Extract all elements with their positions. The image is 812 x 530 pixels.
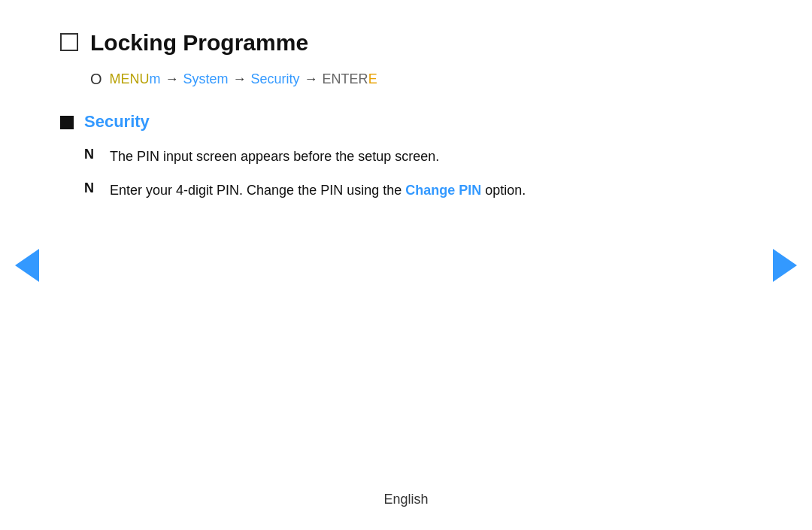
note-label-2: N — [84, 180, 99, 196]
security-path-label: Security — [251, 71, 300, 87]
nav-left-button[interactable] — [15, 249, 39, 282]
arrow-sep-1: → — [165, 71, 179, 87]
nav-right-button[interactable] — [773, 249, 797, 282]
note-label-1: N — [84, 147, 99, 162]
section-block: Security N The PIN input screen appears … — [60, 112, 752, 201]
section-heading: Security — [60, 112, 752, 132]
enter-e: E — [368, 71, 377, 86]
checkbox-icon — [60, 33, 78, 51]
menu-path-row: O MENUm → System → Security → ENTERE — [90, 71, 752, 88]
right-arrow-icon — [773, 249, 797, 282]
main-title: Locking Programme — [90, 30, 308, 56]
note-row-1: N The PIN input screen appears before th… — [84, 147, 752, 167]
enter-label: ENTERE — [323, 71, 377, 87]
circle-bullet: O — [90, 71, 102, 88]
change-pin-link[interactable]: Change PIN — [405, 183, 481, 198]
language-label: English — [383, 492, 428, 507]
note-text-1: The PIN input screen appears before the … — [110, 147, 439, 167]
heading-row: Locking Programme — [60, 30, 752, 56]
arrow-sep-2: → — [233, 71, 247, 87]
footer: English — [0, 492, 812, 507]
arrow-sep-3: → — [304, 71, 318, 87]
note-text-2: Enter your 4-digit PIN. Change the PIN u… — [110, 180, 526, 201]
section-title: Security — [84, 112, 150, 132]
left-arrow-icon — [15, 249, 39, 282]
black-square-icon — [60, 116, 74, 129]
system-label: System — [183, 71, 229, 87]
menu-m: m — [150, 71, 161, 86]
main-content: Locking Programme O MENUm → System → Sec… — [0, 0, 812, 201]
note-row-2: N Enter your 4-digit PIN. Change the PIN… — [84, 180, 752, 201]
menu-label: MENUm — [110, 71, 161, 87]
